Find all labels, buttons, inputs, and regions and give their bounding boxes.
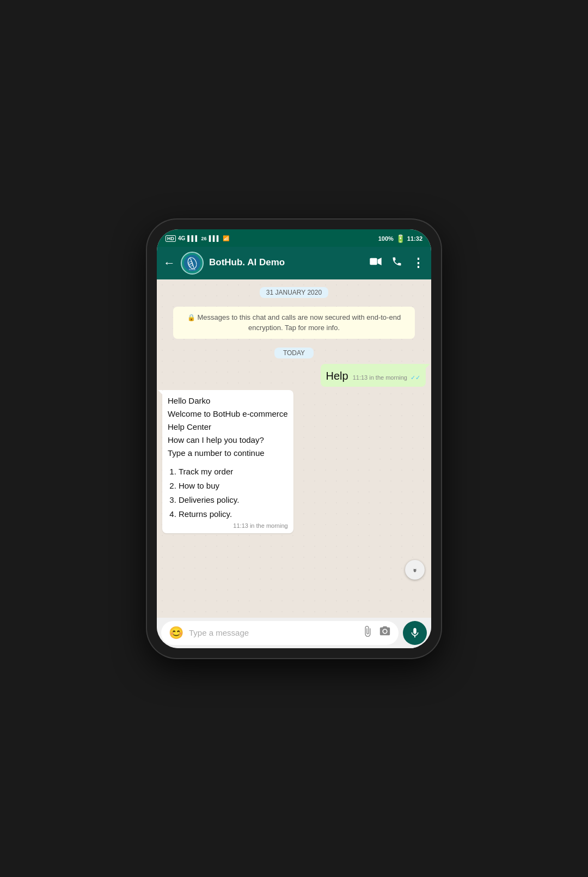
message-input-wrapper[interactable]: 😊 Type a message	[161, 621, 399, 645]
more-options-icon[interactable]: ⋮	[412, 256, 425, 270]
sent-message-content: Help 11:13 in the morning ✓✓	[326, 368, 421, 383]
attach-button[interactable]	[362, 625, 373, 640]
avatar: bothub	[181, 252, 204, 275]
message-input-placeholder[interactable]: Type a message	[189, 628, 356, 637]
status-right: 100% 🔋 11:32	[378, 234, 422, 243]
header-icons: ⋮	[370, 256, 425, 270]
phone-frame: HD 4G ▌▌▌ 26 ▌▌▌ 📶 100% 🔋 11:32 ←	[147, 220, 441, 658]
bot-option-4: Returns policy.	[179, 508, 288, 521]
bot-message-content: Hello Darko Welcome to BotHub e-commerce…	[168, 394, 288, 521]
sent-time: 11:13 in the morning	[353, 374, 407, 381]
double-check-icon: ✓✓	[411, 374, 420, 381]
sent-message-row: Help 11:13 in the morning ✓✓	[162, 364, 426, 387]
camera-button[interactable]	[379, 625, 391, 640]
received-bubble: Hello Darko Welcome to BotHub e-commerce…	[162, 390, 293, 533]
lock-icon: 🔒	[187, 314, 195, 321]
date-label-old: 31 JANUARY 2020	[260, 287, 328, 298]
chat-body: 31 JANUARY 2020 🔒 Messages to this chat …	[157, 279, 431, 618]
bot-line4: Type a number to continue	[168, 447, 288, 460]
emoji-button[interactable]: 😊	[169, 626, 183, 640]
video-call-icon[interactable]	[370, 257, 382, 269]
battery-text: 100%	[378, 235, 394, 242]
status-bar: HD 4G ▌▌▌ 26 ▌▌▌ 📶 100% 🔋 11:32	[157, 229, 431, 247]
back-button[interactable]: ←	[163, 257, 175, 269]
contact-name: BotHub. AI Demo	[209, 257, 364, 268]
received-bubble-tail	[158, 390, 162, 394]
status-left: HD 4G ▌▌▌ 26 ▌▌▌ 📶	[166, 235, 229, 242]
bot-line1: Welcome to BotHub e-commerce	[168, 407, 288, 421]
voice-call-icon[interactable]	[391, 256, 402, 270]
bot-option-1: Track my order	[179, 465, 288, 478]
hd-indicator: HD	[166, 235, 176, 242]
network-2g: 26	[201, 236, 207, 241]
sent-message-text: Help	[326, 368, 348, 383]
wifi-icon: 📶	[223, 235, 229, 241]
bot-line3: How can I help you today?	[168, 434, 288, 447]
sent-message-meta: 11:13 in the morning ✓✓	[353, 374, 420, 382]
bubble-tail	[426, 364, 430, 368]
phone-screen: HD 4G ▌▌▌ 26 ▌▌▌ 📶 100% 🔋 11:32 ←	[157, 229, 431, 648]
clock: 11:32	[407, 235, 422, 242]
bot-line2: Help Center	[168, 421, 288, 434]
svg-rect-6	[370, 258, 377, 265]
received-message-meta: 11:13 in the morning	[168, 522, 288, 530]
received-message-row: Hello Darko Welcome to BotHub e-commerce…	[162, 390, 426, 533]
bot-greeting: Hello Darko	[168, 394, 288, 407]
chat-header: ← bothub BotHub. AI Demo	[157, 247, 431, 279]
date-divider-old: 31 JANUARY 2020	[162, 287, 426, 298]
date-divider-today: TODAY	[162, 348, 426, 358]
bot-option-3: Deliveries policy.	[179, 494, 288, 507]
svg-text:bothub: bothub	[189, 268, 195, 270]
signal-bars-1: ▌▌▌	[187, 235, 199, 241]
bot-option-2: How to buy	[179, 479, 288, 492]
network-4g: 4G	[178, 235, 185, 241]
scroll-down-button[interactable]	[405, 560, 425, 580]
svg-point-8	[383, 630, 387, 633]
bot-options-list: Track my order How to buy Deliveries pol…	[168, 465, 288, 521]
encryption-text: Messages to this chat and calls are now …	[198, 313, 401, 332]
sent-bubble: Help 11:13 in the morning ✓✓	[321, 364, 426, 387]
battery-icon: 🔋	[396, 234, 405, 243]
signal-bars-2: ▌▌▌	[209, 235, 220, 241]
mic-button[interactable]	[403, 621, 427, 645]
encryption-notice[interactable]: 🔒 Messages to this chat and calls are no…	[173, 307, 415, 339]
date-label-today: TODAY	[274, 348, 314, 358]
received-message-time: 11:13 in the morning	[233, 522, 287, 530]
chat-input-bar: 😊 Type a message	[157, 618, 431, 648]
header-info: BotHub. AI Demo	[209, 257, 364, 268]
svg-marker-7	[378, 258, 382, 265]
